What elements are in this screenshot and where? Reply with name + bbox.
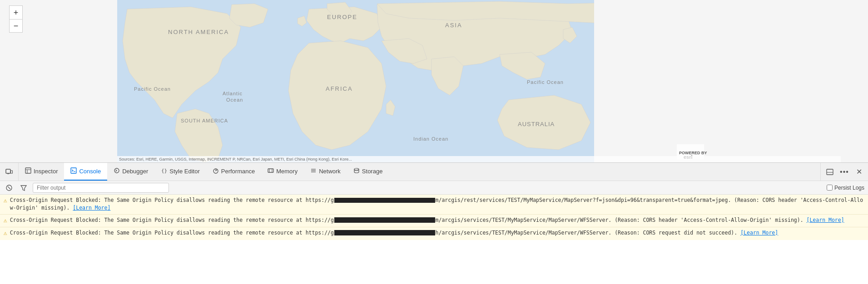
svg-text:Pacific Ocean: Pacific Ocean xyxy=(527,79,564,85)
persist-logs-checkbox[interactable] xyxy=(827,185,833,191)
svg-rect-17 xyxy=(6,169,10,173)
tab-style-editor[interactable]: {} Style Editor xyxy=(154,163,206,181)
console-toolbar: Persist Logs xyxy=(0,181,868,195)
svg-text:{}: {} xyxy=(161,168,167,174)
tab-storage-label: Storage xyxy=(362,168,383,175)
inspector-icon xyxy=(25,167,31,175)
svg-text:NORTH AMERICA: NORTH AMERICA xyxy=(168,29,229,35)
network-icon xyxy=(310,167,317,175)
svg-text:AUSTRALIA: AUSTRALIA xyxy=(518,121,555,127)
zoom-out-button[interactable]: − xyxy=(9,19,23,33)
console-messages: ⚠ Cross-Origin Request Blocked: The Same… xyxy=(0,195,868,240)
tab-memory-label: Memory xyxy=(276,168,298,175)
svg-text:ASIA: ASIA xyxy=(445,22,462,29)
svg-text:EUROPE: EUROPE xyxy=(327,14,357,20)
svg-text:Pacific Ocean: Pacific Ocean xyxy=(134,86,171,92)
svg-rect-20 xyxy=(25,168,31,173)
tab-memory[interactable]: Memory xyxy=(261,163,304,181)
svg-text:SOUTH AMERICA: SOUTH AMERICA xyxy=(181,118,228,123)
tab-style-editor-label: Style Editor xyxy=(169,168,199,175)
toolbar-right-actions: ••• ✕ xyxy=(820,163,868,181)
console-message: ⚠ Cross-Origin Request Blocked: The Same… xyxy=(0,195,868,215)
svg-line-41 xyxy=(8,186,10,189)
svg-text:AFRICA: AFRICA xyxy=(326,85,353,92)
memory-icon xyxy=(268,167,274,175)
storage-icon xyxy=(353,167,360,175)
svg-rect-38 xyxy=(827,169,833,175)
debugger-icon xyxy=(114,167,120,175)
warning-icon: ⚠ xyxy=(4,217,7,224)
tab-network-label: Network xyxy=(319,168,341,175)
console-message: ⚠ Cross-Origin Request Blocked: The Same… xyxy=(0,215,868,227)
close-devtools-button[interactable]: ✕ xyxy=(853,166,865,178)
redacted-url xyxy=(334,217,435,223)
map-controls: + − xyxy=(9,5,23,33)
tab-inspector-label: Inspector xyxy=(34,168,58,175)
learn-more-link[interactable]: [Learn More] xyxy=(807,217,844,223)
tab-network[interactable]: Network xyxy=(304,163,347,181)
map-attribution: Sources: Esri, HERE, Garmin, USGS, Inter… xyxy=(117,156,841,162)
responsive-design-button[interactable] xyxy=(3,166,15,178)
persist-logs-toggle: Persist Logs xyxy=(827,185,864,191)
svg-point-36 xyxy=(354,168,359,170)
more-options-button[interactable]: ••• xyxy=(838,166,851,178)
svg-rect-18 xyxy=(11,171,13,173)
tab-performance[interactable]: Performance xyxy=(206,163,261,181)
svg-marker-42 xyxy=(21,186,26,191)
tab-debugger[interactable]: Debugger xyxy=(107,163,154,181)
map-container: NORTH AMERICA Atlantic Ocean Pacific Oce… xyxy=(0,0,868,162)
svg-text:Atlantic: Atlantic xyxy=(223,91,243,96)
filter-input[interactable] xyxy=(33,183,169,193)
tab-console-label: Console xyxy=(79,168,101,175)
tab-debugger-label: Debugger xyxy=(122,168,148,175)
console-message: ⚠ Cross-Origin Request Blocked: The Same… xyxy=(0,227,868,240)
devtools-panel: Inspector Console xyxy=(0,162,868,284)
zoom-in-button[interactable]: + xyxy=(9,5,23,19)
svg-text:Ocean: Ocean xyxy=(226,97,243,103)
performance-icon xyxy=(213,167,219,175)
message-text: Cross-Origin Request Blocked: The Same O… xyxy=(10,216,864,224)
redacted-url xyxy=(334,230,435,235)
map-svg: NORTH AMERICA Atlantic Ocean Pacific Oce… xyxy=(0,0,868,162)
dock-button[interactable] xyxy=(823,166,836,178)
message-text: Cross-Origin Request Blocked: The Same O… xyxy=(10,196,864,212)
svg-rect-13 xyxy=(594,0,868,162)
tab-inspector[interactable]: Inspector xyxy=(19,163,64,181)
learn-more-link[interactable]: [Learn More] xyxy=(740,230,778,236)
learn-more-link[interactable]: [Learn More] xyxy=(73,205,110,211)
message-text: Cross-Origin Request Blocked: The Same O… xyxy=(10,229,864,237)
tab-performance-label: Performance xyxy=(221,168,255,175)
svg-rect-30 xyxy=(268,169,273,172)
warning-icon: ⚠ xyxy=(4,230,7,236)
redacted-url xyxy=(334,198,435,203)
clear-console-button[interactable] xyxy=(4,182,15,193)
tab-console[interactable]: Console xyxy=(64,163,107,181)
tab-storage[interactable]: Storage xyxy=(347,163,389,181)
svg-text:Indian Ocean: Indian Ocean xyxy=(413,136,448,142)
persist-logs-label[interactable]: Persist Logs xyxy=(834,185,864,191)
devtools-toolbar: Inspector Console xyxy=(0,163,868,181)
style-editor-icon: {} xyxy=(161,167,167,175)
console-icon xyxy=(70,167,77,175)
filter-toggle-button[interactable] xyxy=(18,182,29,193)
warning-icon: ⚠ xyxy=(4,197,7,204)
devtools-tabs: Inspector Console xyxy=(19,163,820,181)
toolbar-left-icons xyxy=(0,163,19,181)
